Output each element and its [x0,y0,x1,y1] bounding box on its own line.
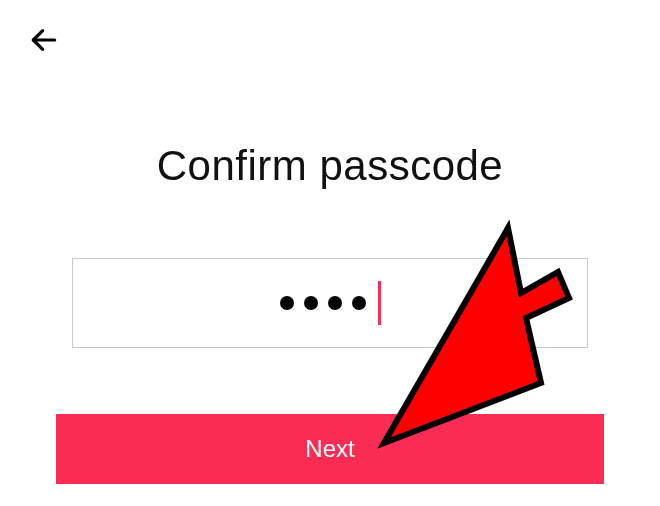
next-button[interactable]: Next [56,414,604,484]
passcode-dot [280,296,294,310]
arrow-left-icon [28,24,60,56]
passcode-dot [304,296,318,310]
back-button[interactable] [22,18,66,62]
confirm-passcode-screen: Confirm passcode Next [0,0,660,506]
page-title: Confirm passcode [0,142,660,190]
passcode-dot [352,296,366,310]
text-cursor [378,281,381,325]
passcode-dots [280,281,381,325]
next-button-label: Next [305,435,354,463]
passcode-input[interactable] [72,258,588,348]
passcode-dot [328,296,342,310]
